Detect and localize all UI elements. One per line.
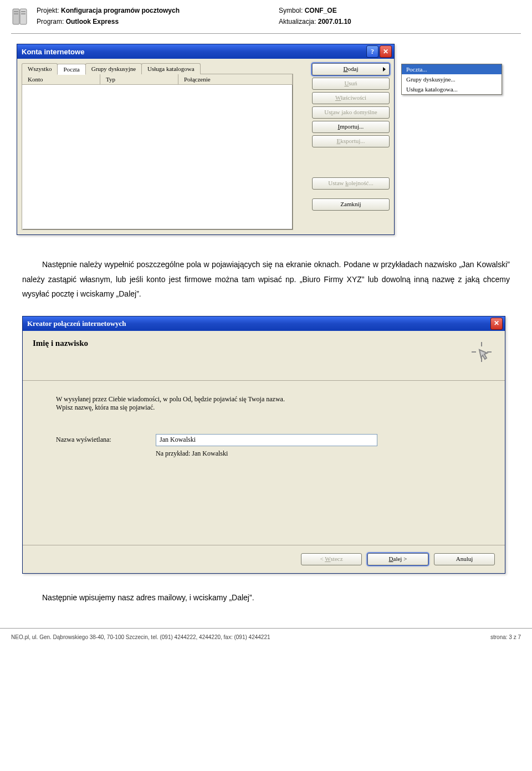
tab-mail[interactable]: Poczta	[57, 64, 85, 75]
menu-item-directory[interactable]: Usługa katalogowa...	[402, 84, 502, 94]
wizard-titlebar[interactable]: Kreator połączeń internetowych ✕	[23, 316, 505, 331]
document-app-icon	[11, 7, 31, 27]
tab-news[interactable]: Grupy dyskusyjne	[85, 63, 142, 74]
internet-connection-wizard: Kreator połączeń internetowych ✕ Imię i …	[22, 316, 505, 574]
col-connection[interactable]: Połączenie	[178, 74, 293, 84]
tab-row: Wszystko Poczta Grupy dyskusyjne Usługa …	[22, 63, 293, 74]
add-button[interactable]: Dodaj	[312, 63, 390, 75]
svg-rect-4	[21, 11, 25, 12]
wizard-close-button[interactable]: ✕	[490, 318, 503, 330]
instruction-paragraph-2: Następnie wpisujemy nasz adres mailowy, …	[22, 590, 510, 605]
display-name-label: Nazwa wyświetlana:	[56, 436, 156, 444]
back-button: < Wstecz	[301, 553, 362, 565]
add-account-menu: Poczta... Grupy dyskusyjne... Usługa kat…	[401, 64, 502, 95]
wizard-heading: Imię i nazwisko	[33, 339, 88, 348]
internet-accounts-dialog: Konta internetowe ? ✕ Wszystko Poczta Gr…	[17, 44, 395, 235]
svg-rect-5	[21, 13, 25, 14]
help-button[interactable]: ?	[366, 45, 378, 58]
cancel-button[interactable]: Anuluj	[434, 553, 495, 565]
footer-page: strona: 3 z 7	[490, 634, 521, 640]
next-button[interactable]: Dalej >	[367, 553, 428, 565]
set-order-button: Ustaw kolejność...	[312, 177, 390, 190]
svg-rect-2	[14, 11, 18, 12]
wizard-title: Kreator połączeń internetowych	[27, 319, 126, 328]
export-button: Eksportuj...	[312, 135, 390, 147]
cursor-click-icon	[468, 339, 495, 367]
col-account[interactable]: Konto	[22, 74, 100, 84]
wizard-desc-1: W wysyłanej przez Ciebie wiadomości, w p…	[56, 395, 472, 404]
dialog-title: Konta internetowe	[22, 48, 84, 56]
tab-directory[interactable]: Usługa katalogowa	[141, 63, 201, 74]
program-label: Program: Outlook Express	[37, 18, 279, 25]
page-footer: NEO.pl, ul. Gen. Dąbrowskiego 38-40, 70-…	[0, 628, 532, 640]
document-header: Projekt: Konfiguracja programów pocztowy…	[11, 7, 521, 31]
footer-address: NEO.pl, ul. Gen. Dąbrowskiego 38-40, 70-…	[11, 634, 270, 640]
dialog-titlebar[interactable]: Konta internetowe ? ✕	[17, 44, 394, 59]
menu-item-news[interactable]: Grupy dyskusyjne...	[402, 74, 502, 84]
accounts-list: Konto Typ Połączenie	[22, 74, 293, 230]
chevron-right-icon	[383, 67, 386, 72]
close-dialog-button[interactable]: Zamknij	[312, 198, 390, 211]
display-name-example: Na przykład: Jan Kowalski	[156, 450, 472, 458]
close-button[interactable]: ✕	[380, 45, 392, 58]
instruction-paragraph-1: Następnie należy wypełnić poszczególne p…	[22, 257, 510, 302]
col-type[interactable]: Typ	[100, 74, 178, 84]
set-default-button: Ustaw jako domyślne	[312, 106, 390, 119]
svg-rect-3	[14, 13, 18, 14]
remove-button: Usuń	[312, 78, 390, 90]
projekt-label: Projekt: Konfiguracja programów pocztowy…	[37, 7, 279, 14]
menu-item-mail[interactable]: Poczta...	[402, 64, 502, 74]
tab-all[interactable]: Wszystko	[22, 63, 58, 74]
symbol-label: Symbol: CONF_OE	[279, 7, 521, 14]
aktual-label: Aktualizacja: 2007.01.10	[279, 18, 521, 25]
display-name-input[interactable]	[156, 434, 377, 446]
wizard-desc-2: Wpisz nazwę, która ma się pojawiać.	[56, 404, 472, 412]
header-rule	[11, 33, 521, 34]
properties-button: Właściwości	[312, 92, 390, 104]
import-button[interactable]: Importuj...	[312, 121, 390, 133]
